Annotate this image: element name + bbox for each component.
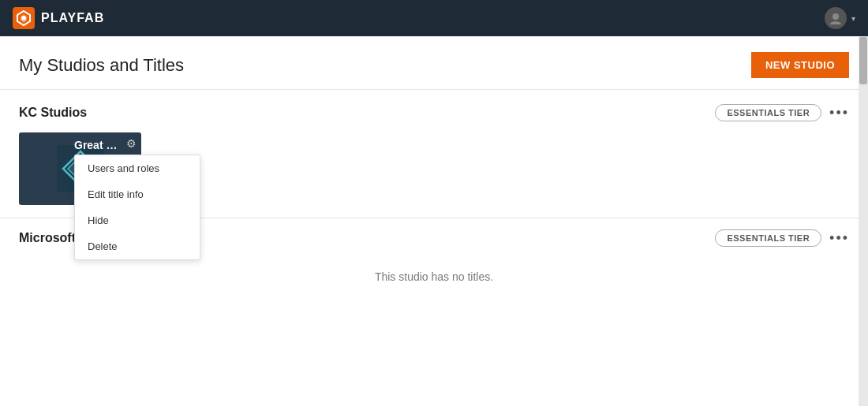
studio-name-kc: KC Studios — [19, 106, 87, 120]
user-avatar — [825, 7, 847, 29]
title-gear-button-great-game[interactable]: ⚙ — [126, 137, 137, 150]
title-card-great-game[interactable]: Great Game ⚙ Users and roles Edit title … — [19, 132, 141, 205]
studio-more-button-kc[interactable]: ••• — [829, 106, 849, 120]
svg-point-3 — [21, 16, 26, 20]
scrollbar-thumb[interactable] — [859, 37, 867, 84]
dropdown-item-edit-title-info[interactable]: Edit title info — [75, 181, 200, 207]
tier-badge-kc: ESSENTIALS TIER — [715, 104, 821, 121]
dropdown-item-delete[interactable]: Delete — [75, 233, 200, 259]
studio-header-right-msdocs: ESSENTIALS TIER ••• — [715, 229, 849, 247]
main-content: My Studios and Titles NEW STUDIO KC Stud… — [0, 36, 868, 406]
title-card-label-great-game: Great Game — [74, 139, 119, 151]
studio-header-right-kc: ESSENTIALS TIER ••• — [715, 104, 849, 121]
dropdown-item-hide[interactable]: Hide — [75, 207, 200, 233]
topnav-left: PLAYFAB — [13, 7, 104, 29]
topnav-right[interactable]: ▾ — [825, 7, 855, 29]
no-titles-message: This studio has no titles. — [19, 258, 849, 289]
titles-row-kc: Great Game ⚙ Users and roles Edit title … — [19, 132, 849, 213]
studio-more-button-msdocs[interactable]: ••• — [829, 231, 849, 245]
chevron-down-icon: ▾ — [851, 14, 855, 23]
playfab-logo-icon — [13, 7, 35, 29]
scrollbar-track[interactable] — [859, 36, 868, 406]
tier-badge-msdocs: ESSENTIALS TIER — [715, 229, 821, 247]
dropdown-item-users-roles[interactable]: Users and roles — [75, 155, 200, 181]
page-title: My Studios and Titles — [19, 55, 184, 76]
studio-section-kc: KC Studios ESSENTIALS TIER ••• — [0, 90, 868, 218]
brand-name: PLAYFAB — [41, 11, 104, 25]
new-studio-button[interactable]: NEW STUDIO — [751, 52, 849, 78]
studio-header-kc: KC Studios ESSENTIALS TIER ••• — [19, 104, 849, 121]
title-dropdown-great-game: Users and roles Edit title info Hide Del… — [74, 155, 200, 260]
topnav: PLAYFAB ▾ — [0, 0, 868, 36]
svg-point-4 — [832, 13, 839, 20]
page-header: My Studios and Titles NEW STUDIO — [0, 36, 868, 90]
